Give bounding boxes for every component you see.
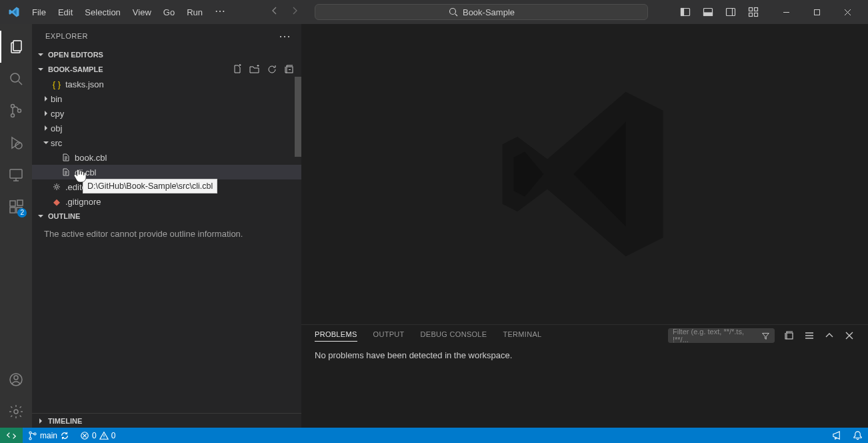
status-notifications[interactable] — [847, 430, 868, 440]
menu-run[interactable]: Run — [181, 5, 208, 20]
nav-forward-icon[interactable] — [289, 5, 300, 19]
menu-more[interactable]: ⋯ — [209, 5, 231, 20]
workspace-section[interactable]: BOOK-SAMPLE — [32, 62, 301, 77]
editor-empty-state — [301, 24, 868, 324]
chevron-right-icon — [41, 125, 51, 131]
maximize-panel-icon[interactable] — [824, 330, 835, 341]
activity-settings[interactable] — [0, 396, 32, 428]
svg-point-14 — [11, 105, 15, 108]
timeline-section[interactable]: TIMELINE — [32, 413, 301, 428]
panel-tools: Filter (e.g. text, **/*.ts, !**/... — [668, 328, 855, 343]
maximize-button[interactable] — [801, 0, 832, 24]
refresh-icon[interactable] — [267, 64, 277, 75]
folder-label: cpy — [51, 109, 64, 119]
customize-layout-icon[interactable] — [748, 7, 759, 17]
folder-cpy[interactable]: cpy — [32, 106, 301, 121]
file-tasks-json[interactable]: { } tasks.json — [32, 77, 301, 91]
activity-remote-explorer[interactable] — [0, 159, 32, 191]
command-center[interactable]: Book-Sample — [315, 4, 648, 20]
tree-scrollbar[interactable] — [295, 77, 301, 157]
layout-sidebar-right-icon[interactable] — [725, 7, 736, 17]
svg-rect-28 — [787, 333, 793, 339]
svg-point-16 — [18, 109, 21, 113]
file-tooltip: D:\GitHub\Book-Sample\src\cli.cbl — [83, 179, 217, 193]
filter-placeholder: Filter (e.g. text, **/*.ts, !**/... — [673, 328, 761, 344]
file-cli-cbl[interactable]: cli.cbl — [32, 165, 301, 179]
folder-bin[interactable]: bin — [32, 91, 301, 106]
warning-icon — [99, 431, 109, 440]
activity-search[interactable] — [0, 63, 32, 95]
folder-label: obj — [51, 123, 62, 133]
editor-area: PROBLEMS OUTPUT DEBUG CONSOLE TERMINAL F… — [301, 24, 868, 428]
new-folder-icon[interactable] — [249, 64, 260, 75]
problems-filter[interactable]: Filter (e.g. text, **/*.ts, !**/... — [668, 328, 775, 343]
panel-tabs: PROBLEMS OUTPUT DEBUG CONSOLE TERMINAL F… — [301, 325, 868, 346]
svg-point-0 — [449, 9, 455, 15]
close-button[interactable] — [832, 0, 863, 24]
activity-explorer[interactable] — [0, 31, 32, 63]
outline-label: OUTLINE — [48, 212, 80, 220]
layout-panel-icon[interactable] — [703, 7, 713, 17]
collapse-all-icon[interactable] — [284, 64, 295, 75]
svg-rect-2 — [681, 9, 684, 16]
collapse-all-icon[interactable] — [784, 330, 795, 341]
tab-debug-console[interactable]: DEBUG CONSOLE — [421, 330, 487, 341]
tab-problems[interactable]: PROBLEMS — [315, 330, 357, 342]
svg-rect-8 — [755, 8, 758, 11]
svg-rect-18 — [10, 169, 22, 178]
chevron-down-icon — [36, 212, 45, 220]
gear-icon — [51, 183, 63, 191]
file-label: tasks.json — [65, 79, 104, 89]
chevron-down-icon — [36, 51, 45, 59]
activity-source-control[interactable] — [0, 95, 32, 127]
folder-obj[interactable]: obj — [32, 121, 301, 135]
activity-run-debug[interactable] — [0, 127, 32, 159]
menu-file[interactable]: File — [27, 5, 51, 20]
minimize-button[interactable] — [771, 0, 801, 24]
status-feedback[interactable] — [827, 430, 847, 440]
tab-terminal[interactable]: TERMINAL — [503, 330, 541, 341]
svg-point-27 — [55, 185, 58, 188]
svg-point-24 — [14, 376, 18, 380]
menu-edit[interactable]: Edit — [53, 5, 78, 20]
status-bar: main 0 0 — [0, 428, 868, 443]
tab-output[interactable]: OUTPUT — [373, 330, 405, 341]
explorer-more-icon[interactable]: ⋯ — [279, 29, 291, 43]
svg-rect-5 — [727, 9, 735, 16]
open-editors-section[interactable]: OPEN EDITORS — [32, 47, 301, 62]
svg-point-13 — [11, 73, 19, 82]
workspace-label: BOOK-SAMPLE — [48, 65, 103, 73]
menu-bar: File Edit Selection View Go Run ⋯ — [27, 5, 231, 20]
chevron-right-icon — [41, 110, 51, 117]
outline-section[interactable]: OUTLINE — [32, 209, 301, 224]
svg-rect-7 — [749, 8, 753, 11]
bell-icon — [853, 430, 863, 440]
layout-sidebar-left-icon[interactable] — [680, 7, 691, 17]
status-problems[interactable]: 0 0 — [75, 431, 121, 440]
status-branch[interactable]: main — [23, 431, 75, 440]
activity-accounts[interactable] — [0, 364, 32, 396]
problems-message: No problems have been detected in the wo… — [301, 346, 868, 364]
branch-icon — [28, 431, 37, 440]
menu-go[interactable]: Go — [158, 5, 180, 20]
close-panel-icon[interactable] — [844, 330, 855, 341]
svg-rect-20 — [10, 207, 15, 213]
menu-selection[interactable]: Selection — [79, 5, 125, 20]
view-as-list-icon[interactable] — [804, 330, 815, 341]
filter-icon — [761, 332, 770, 340]
file-gitignore[interactable]: ◆ .gitignore — [32, 194, 301, 209]
nav-back-icon[interactable] — [269, 5, 280, 19]
error-icon — [80, 431, 89, 440]
explorer-title: EXPLORER — [45, 32, 88, 40]
svg-rect-12 — [13, 41, 21, 51]
new-file-icon[interactable] — [232, 64, 243, 75]
menu-view[interactable]: View — [127, 5, 157, 20]
activity-extensions[interactable]: 2 — [0, 191, 32, 223]
title-bar: File Edit Selection View Go Run ⋯ Book-S… — [0, 0, 868, 24]
sidebar-explorer: EXPLORER ⋯ OPEN EDITORS BOOK-SAMPLE — [32, 24, 301, 428]
folder-src[interactable]: src — [32, 135, 301, 150]
chevron-right-icon — [36, 417, 45, 425]
file-book-cbl[interactable]: book.cbl — [32, 150, 301, 165]
remote-indicator[interactable] — [0, 428, 23, 443]
explorer-header: EXPLORER ⋯ — [32, 24, 301, 47]
